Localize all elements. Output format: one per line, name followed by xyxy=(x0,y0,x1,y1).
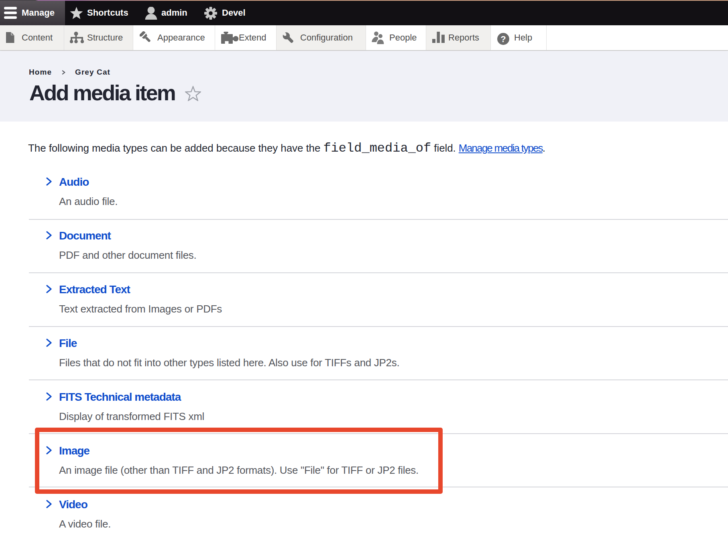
svg-text:?: ? xyxy=(500,34,506,44)
